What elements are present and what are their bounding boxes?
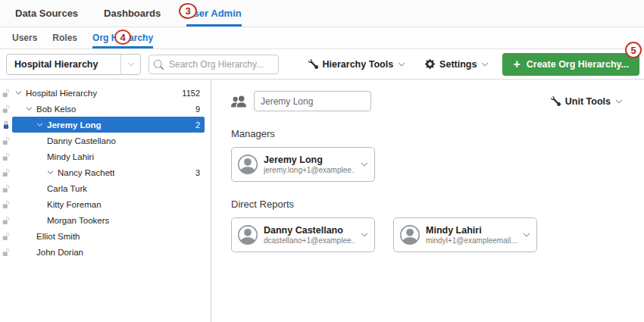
org-hierarchy-toolbar: Hospital Hierarchy Hierarchy Tools	[0, 49, 644, 80]
settings-menu[interactable]: Settings	[419, 59, 495, 70]
chevron-down-icon[interactable]	[120, 55, 140, 74]
hierarchy-selector-value: Hospital Hierarchy	[7, 59, 120, 70]
tree-item-danny-castellano[interactable]: Danny Castellano	[0, 133, 211, 148]
tree-item-mindy-lahiri[interactable]: Mindy Lahiri	[0, 148, 211, 164]
manager-card[interactable]: Jeremy Long jeremy.long+1@examplee...	[231, 147, 375, 182]
tree-item-hospital-hierarchy[interactable]: Hospital Hierarchy1152	[0, 85, 211, 101]
tree-item-label: Hospital Hierarchy	[26, 89, 97, 98]
tree-item-label: Kitty Foreman	[47, 200, 102, 209]
tree-item-label: Morgan Tookers	[47, 216, 109, 225]
unlock-icon[interactable]	[0, 217, 12, 224]
tab-roles[interactable]: Roles	[52, 27, 77, 48]
unlock-icon[interactable]	[0, 233, 12, 240]
annotation-step-3: 3	[179, 3, 197, 19]
primary-nav: Data Sources Dashboards User Admin	[0, 0, 644, 27]
tree-item-label: Mindy Lahiri	[47, 152, 94, 161]
tree-item-label: Nancy Rachett	[58, 168, 114, 177]
person-text: Danny Castellano dcastellano+1@examplee.…	[264, 225, 355, 245]
tree-item-nancy-rachett[interactable]: Nancy Rachett3	[0, 164, 211, 180]
person-name: Mindy Lahiri	[426, 225, 517, 236]
tree-item-count: 3	[195, 168, 205, 177]
chevron-down-icon[interactable]	[361, 231, 368, 239]
direct-reports-list: Danny Castellano dcastellano+1@examplee.…	[231, 217, 629, 252]
unlock-icon[interactable]	[0, 89, 12, 97]
person-name: Jeremy Long	[264, 155, 355, 165]
tree-item-carla-turk[interactable]: Carla Turk	[0, 180, 211, 196]
direct-reports-heading: Direct Reports	[231, 199, 629, 210]
settings-label: Settings	[439, 59, 477, 70]
person-email: jeremy.long+1@examplee...	[264, 166, 355, 174]
person-avatar-icon	[238, 155, 258, 174]
tree-item-label: Carla Turk	[47, 184, 87, 193]
unlock-icon[interactable]	[0, 137, 12, 145]
person-text: Jeremy Long jeremy.long+1@examplee...	[264, 155, 355, 174]
hierarchy-tools-menu[interactable]: Hierarchy Tools	[302, 59, 412, 70]
chevron-down-icon[interactable]	[26, 105, 36, 112]
person-email: mindyl+1@exampleemail....	[426, 236, 517, 245]
annotation-step-4: 4	[114, 30, 131, 45]
chevron-down-icon[interactable]	[523, 231, 530, 239]
unit-tools-label: Unit Tools	[565, 96, 611, 107]
create-button-label: Create Org Hierarchy...	[527, 59, 629, 70]
person-avatar-icon	[238, 225, 258, 245]
nav-data-sources[interactable]: Data Sources	[15, 0, 78, 27]
tree-item-label: John Dorian	[36, 248, 83, 257]
create-org-hierarchy-button[interactable]: + Create Org Hierarchy...	[502, 53, 639, 76]
hierarchy-tools-label: Hierarchy Tools	[323, 59, 394, 70]
user-admin-subnav: Users Roles Org Hierarchy	[0, 27, 644, 49]
unit-tools-menu[interactable]: Unit Tools	[545, 96, 629, 107]
unit-name-input[interactable]	[254, 91, 371, 111]
direct-report-card[interactable]: Mindy Lahiri mindyl+1@exampleemail....	[393, 217, 537, 252]
org-hierarchy-app: Data Sources Dashboards User Admin Users…	[0, 0, 644, 322]
tree-item-john-dorian[interactable]: John Dorian	[0, 244, 211, 260]
tree-item-elliot-smith[interactable]: Elliot Smith	[0, 228, 211, 244]
chevron-down-icon	[398, 61, 405, 68]
chevron-down-icon[interactable]	[36, 121, 47, 128]
chevron-down-icon[interactable]	[361, 161, 368, 168]
person-text: Mindy Lahiri mindyl+1@exampleemail....	[426, 225, 517, 245]
tree-item-label: Elliot Smith	[36, 232, 80, 241]
org-tree: Hospital Hierarchy1152Bob Kelso9Jeremy L…	[0, 80, 211, 322]
nav-dashboards[interactable]: Dashboards	[104, 0, 161, 27]
main-content: Hospital Hierarchy1152Bob Kelso9Jeremy L…	[0, 80, 644, 322]
unlock-icon[interactable]	[0, 105, 12, 113]
tree-item-count: 1152	[182, 89, 205, 98]
tab-users[interactable]: Users	[12, 27, 37, 48]
tree-item-count: 9	[195, 105, 205, 114]
chevron-down-icon	[615, 98, 623, 105]
people-icon	[231, 94, 246, 109]
tree-item-bob-kelso[interactable]: Bob Kelso9	[0, 101, 211, 117]
tree-item-jeremy-long[interactable]: Jeremy Long2	[0, 117, 211, 133]
person-email: dcastellano+1@examplee...	[264, 236, 355, 245]
chevron-down-icon	[481, 61, 489, 68]
search-icon	[154, 59, 164, 69]
tree-item-morgan-tookers[interactable]: Morgan Tookers	[0, 212, 211, 228]
unlock-icon[interactable]	[0, 153, 12, 161]
lock-icon[interactable]	[0, 121, 12, 129]
unit-header: Unit Tools	[231, 91, 629, 111]
managers-heading: Managers	[231, 128, 629, 139]
person-name: Danny Castellano	[264, 225, 355, 236]
gear-icon	[425, 59, 435, 69]
tree-item-kitty-foreman[interactable]: Kitty Foreman	[0, 196, 211, 212]
tree-item-label: Bob Kelso	[36, 105, 76, 114]
chevron-down-icon[interactable]	[15, 89, 26, 96]
tree-item-count: 2	[195, 120, 205, 130]
tree-item-label: Jeremy Long	[47, 120, 102, 130]
direct-report-card[interactable]: Danny Castellano dcastellano+1@examplee.…	[231, 217, 375, 252]
unlock-icon[interactable]	[0, 169, 12, 177]
unlock-icon[interactable]	[0, 185, 12, 192]
wrench-icon	[551, 96, 561, 106]
person-avatar-icon	[400, 225, 420, 245]
hierarchy-selector[interactable]: Hospital Hierarchy	[6, 54, 141, 75]
search-box	[148, 55, 279, 74]
chevron-down-icon[interactable]	[47, 169, 58, 176]
search-input[interactable]	[148, 55, 279, 74]
tree-item-label: Danny Castellano	[47, 136, 116, 145]
unlock-icon[interactable]	[0, 249, 12, 256]
annotation-step-5: 5	[625, 42, 642, 58]
managers-list: Jeremy Long jeremy.long+1@examplee...	[231, 147, 629, 182]
unlock-icon[interactable]	[0, 201, 12, 208]
wrench-icon	[308, 59, 318, 69]
unit-detail-panel: Unit Tools Managers Jeremy Long jeremy.l…	[211, 80, 644, 322]
